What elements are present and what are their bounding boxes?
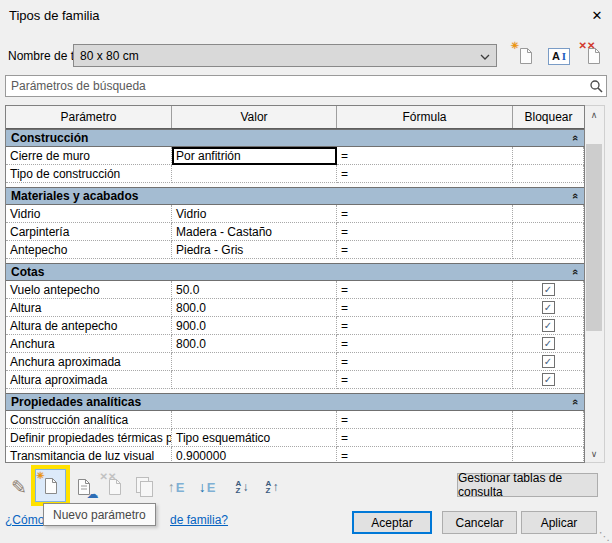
param-formula[interactable]: = <box>337 241 513 259</box>
param-formula[interactable]: = <box>337 411 513 429</box>
section-cotas[interactable]: Cotas « <box>6 263 584 281</box>
pencil-icon: ✎ <box>11 476 27 499</box>
table-header: Parámetro Valor Fórmula Bloquear <box>6 106 584 129</box>
param-formula[interactable]: = <box>337 317 513 335</box>
section-construccion[interactable]: Construcción « <box>6 129 584 147</box>
new-parameter-icon: ✳ <box>42 476 59 496</box>
param-formula[interactable]: = <box>337 281 513 299</box>
lock-checkbox[interactable]: ✓ <box>542 373 555 386</box>
table-row: Vidrio Vidrio = <box>6 205 584 223</box>
param-value[interactable]: Tipo esquemático <box>172 429 337 447</box>
sort-descending-button[interactable]: AZ↑ <box>259 474 285 500</box>
param-name: Construcción analítica <box>6 411 172 429</box>
move-down-button[interactable]: ↓E <box>194 474 220 500</box>
param-value[interactable] <box>172 411 337 429</box>
chevron-down-icon <box>480 49 490 63</box>
param-formula[interactable]: = <box>337 299 513 317</box>
parameter-search <box>5 75 607 97</box>
param-formula[interactable]: = <box>337 447 513 463</box>
new-type-button[interactable]: ✳ <box>512 43 538 69</box>
lock-checkbox[interactable]: ✓ <box>542 283 555 296</box>
help-link-suffix[interactable]: de familia? <box>170 513 228 527</box>
apply-button[interactable]: Aplicar <box>521 511 597 534</box>
param-name: Tipo de construcción <box>6 165 172 183</box>
delete-type-button[interactable]: ✕✕ <box>580 43 606 69</box>
highlight-box: ✳ <box>31 465 70 506</box>
lock-checkbox[interactable]: ✓ <box>542 319 555 332</box>
resize-grip[interactable]: ⋱ <box>599 530 610 543</box>
manage-lookup-tables-button[interactable]: Gestionar tablas de consulta <box>457 473 598 497</box>
header-parametro: Parámetro <box>6 106 172 128</box>
edit-parameter-button[interactable]: ✎ <box>6 474 32 500</box>
param-value[interactable]: 50.0 <box>172 281 337 299</box>
table-row: Vuelo antepecho 50.0 = ✓ <box>6 281 584 299</box>
param-formula[interactable]: = <box>337 223 513 241</box>
associate-parameter-button[interactable]: ☁ <box>70 474 96 500</box>
table-row: Definir propiedades térmicas p Tipo esqu… <box>6 429 584 447</box>
table-row: Altura 800.0 = ✓ <box>6 299 584 317</box>
param-value[interactable]: Piedra - Gris <box>172 241 337 259</box>
lock-checkbox[interactable]: ✓ <box>542 337 555 350</box>
param-name: Vidrio <box>6 205 172 223</box>
param-value[interactable] <box>172 353 337 371</box>
table-row: Altura de antepecho 900.0 = ✓ <box>6 317 584 335</box>
table-row: Construcción analítica = <box>6 411 584 429</box>
param-name: Altura <box>6 299 172 317</box>
new-parameter-tooltip: Nuevo parámetro <box>43 503 156 526</box>
param-name: Altura de antepecho <box>6 317 172 335</box>
param-value[interactable]: Madera - Castaño <box>172 223 337 241</box>
table-row: Transmitancia de luz visual 0.900000 = <box>6 447 584 463</box>
delete-parameter-button[interactable]: ✕✕ <box>101 474 127 500</box>
param-value[interactable]: Vidrio <box>172 205 337 223</box>
header-valor: Valor <box>172 106 337 128</box>
param-value[interactable]: 800.0 <box>172 299 337 317</box>
param-formula[interactable]: = <box>337 335 513 353</box>
scrollbar-thumb[interactable] <box>586 144 602 331</box>
accept-button[interactable]: Aceptar <box>352 511 432 534</box>
sort-az-icon: AZ↓ <box>236 480 249 494</box>
param-value[interactable]: 0.900000 <box>172 447 337 463</box>
vertical-scrollbar[interactable]: ∧ ∨ <box>585 105 605 463</box>
table-row: Cierre de muro Por anfitrión = <box>6 147 584 165</box>
collapse-icon: « <box>570 399 582 405</box>
table-row: Anchura 800.0 = ✓ <box>6 335 584 353</box>
lock-checkbox[interactable]: ✓ <box>542 301 555 314</box>
param-formula[interactable]: = <box>337 371 513 389</box>
param-formula[interactable]: = <box>337 165 513 183</box>
type-name-combobox[interactable]: 80 x 80 cm <box>73 44 497 67</box>
param-name: Anchura aproximada <box>6 353 172 371</box>
rename-type-button[interactable]: AI <box>546 43 572 69</box>
param-value[interactable]: 800.0 <box>172 335 337 353</box>
param-formula[interactable]: = <box>337 147 513 165</box>
param-value[interactable] <box>172 165 337 183</box>
lock-checkbox[interactable]: ✓ <box>542 355 555 368</box>
search-input[interactable] <box>6 77 586 95</box>
new-type-icon: ✳ <box>517 46 534 66</box>
collapse-icon: « <box>570 269 582 275</box>
scroll-up-icon[interactable]: ∧ <box>585 106 603 123</box>
close-icon[interactable]: ✕ <box>588 6 606 24</box>
param-formula[interactable]: = <box>337 353 513 371</box>
new-parameter-button[interactable]: ✳ <box>35 469 66 502</box>
cancel-button[interactable]: Cancelar <box>442 511 517 534</box>
param-value-selected[interactable]: Por anfitrión <box>172 147 337 165</box>
param-formula[interactable]: = <box>337 205 513 223</box>
copy-parameter-button[interactable] <box>132 474 158 500</box>
param-formula[interactable]: = <box>337 429 513 447</box>
param-value[interactable] <box>172 371 337 389</box>
move-up-button[interactable]: ↑E <box>163 474 189 500</box>
page-cloud-icon: ☁ <box>75 477 92 497</box>
collapse-icon: « <box>570 135 582 141</box>
scroll-down-icon[interactable]: ∨ <box>585 445 603 462</box>
section-propiedades-analiticas[interactable]: Propiedades analíticas « <box>6 393 584 411</box>
help-link-prefix[interactable]: ¿Cómo <box>5 513 44 527</box>
sort-ascending-button[interactable]: AZ↓ <box>229 474 255 500</box>
cloud-icon: ☁ <box>87 487 99 501</box>
delete-type-icon: ✕✕ <box>585 46 602 66</box>
family-types-dialog: { "dialog": { "title": "Tipos de familia… <box>0 0 612 543</box>
param-value[interactable]: 900.0 <box>172 317 337 335</box>
search-icon <box>586 79 606 93</box>
section-materiales[interactable]: Materiales y acabados « <box>6 187 584 205</box>
table-row: Altura aproximada = ✓ <box>6 371 584 389</box>
delete-parameter-icon: ✕✕ <box>106 477 123 497</box>
